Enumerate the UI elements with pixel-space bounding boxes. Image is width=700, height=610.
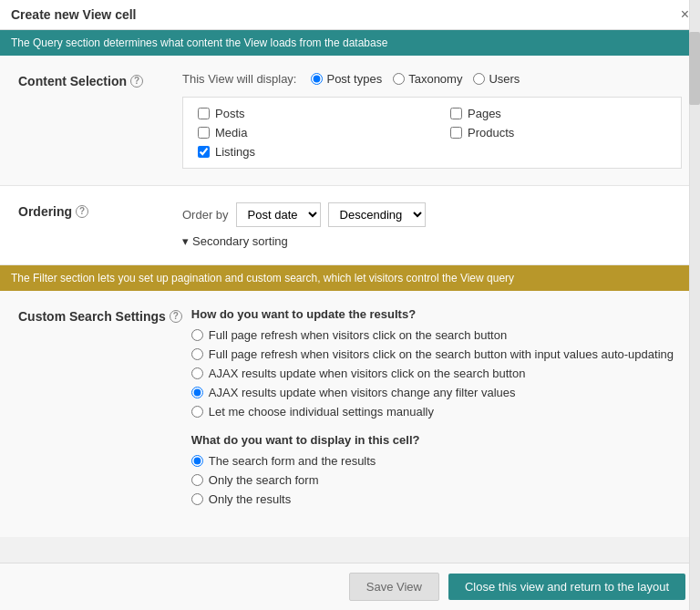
content-selection-label: Content Selection ?	[18, 72, 173, 88]
radio-manual[interactable]: Let me choose individual settings manual…	[191, 405, 682, 419]
display-label: This View will display:	[182, 72, 296, 86]
radio-search-and-results-input[interactable]	[191, 455, 203, 467]
content-selection-inner: Content Selection ? This View will displ…	[18, 72, 682, 169]
checkbox-products[interactable]: Products	[450, 126, 666, 140]
checkbox-listings-label: Listings	[215, 145, 255, 159]
query-banner: The Query section determines what conten…	[0, 30, 700, 56]
radio-post-types[interactable]: Post types	[311, 72, 382, 86]
checkbox-grid: Posts Pages Media Products	[182, 97, 682, 169]
checkbox-pages-input[interactable]	[450, 108, 462, 119]
ordering-label: Ordering ?	[18, 202, 173, 219]
radio-taxonomy-label: Taxonomy	[408, 72, 462, 86]
modal: Create new View cell × The Query section…	[0, 0, 700, 610]
checkbox-products-input[interactable]	[450, 127, 462, 139]
radio-taxonomy[interactable]: Taxonomy	[393, 72, 462, 86]
ordering-help-icon[interactable]: ?	[76, 205, 88, 218]
ordering-content: Order by Post date Post title ID Random …	[182, 202, 682, 248]
radio-full-refresh-label: Full page refresh when visitors click on…	[209, 328, 507, 342]
radio-only-results[interactable]: Only the results	[191, 492, 682, 506]
content-selection-text: Content Selection	[18, 74, 127, 88]
secondary-sort-label: Secondary sorting	[192, 234, 288, 248]
radio-ajax-change[interactable]: AJAX results update when visitors change…	[191, 386, 682, 399]
radio-ajax-click[interactable]: AJAX results update when visitors click …	[191, 367, 682, 380]
radio-only-results-label: Only the results	[209, 492, 291, 506]
checkbox-products-label: Products	[468, 126, 514, 140]
radio-post-types-input[interactable]	[311, 73, 323, 85]
direction-select[interactable]: Ascending Descending	[328, 202, 426, 227]
ordering-text: Ordering	[18, 204, 72, 219]
radio-only-search-label: Only the search form	[209, 473, 319, 487]
checkbox-media-label: Media	[215, 126, 247, 140]
scrollbar-thumb[interactable]	[689, 32, 700, 105]
custom-search-help-icon[interactable]: ?	[170, 310, 182, 323]
radio-full-refresh-input[interactable]	[191, 329, 203, 341]
checkbox-posts[interactable]: Posts	[198, 107, 414, 120]
secondary-sort-arrow: ▾	[182, 234, 189, 248]
checkbox-posts-input[interactable]	[198, 108, 210, 119]
ordering-section: Ordering ? Order by Post date Post title…	[0, 186, 700, 265]
checkbox-posts-label: Posts	[215, 107, 245, 120]
radio-ajax-change-input[interactable]	[191, 387, 203, 398]
close-x-button[interactable]: ×	[681, 7, 689, 22]
checkbox-pages-label: Pages	[468, 107, 501, 120]
checkbox-media[interactable]: Media	[198, 126, 414, 140]
radio-taxonomy-input[interactable]	[393, 73, 405, 85]
order-by-label: Order by	[182, 208, 229, 222]
radio-full-refresh-auto-label: Full page refresh when visitors click on…	[209, 347, 674, 361]
custom-search-content: How do you want to update the results? F…	[191, 307, 682, 521]
radio-post-types-label: Post types	[326, 72, 382, 86]
radio-manual-input[interactable]	[191, 406, 203, 418]
content-selection-help-icon[interactable]: ?	[130, 75, 143, 88]
radio-only-search-input[interactable]	[191, 474, 203, 486]
scrollbar-track	[689, 0, 700, 610]
radio-search-and-results-label: The search form and the results	[209, 454, 376, 468]
radio-ajax-click-label: AJAX results update when visitors click …	[209, 367, 526, 380]
display-cell-question: What do you want to display in this cell…	[191, 433, 682, 447]
custom-search-text: Custom Search Settings	[18, 309, 166, 324]
radio-full-refresh-auto-input[interactable]	[191, 348, 203, 360]
content-selection-section: Content Selection ? This View will displ…	[0, 56, 700, 186]
radio-only-results-input[interactable]	[191, 493, 203, 505]
modal-header: Create new View cell ×	[0, 0, 700, 30]
update-results-group: Full page refresh when visitors click on…	[191, 328, 682, 419]
checkbox-listings-input[interactable]	[198, 146, 210, 158]
modal-body: The Query section determines what conten…	[0, 30, 700, 563]
secondary-sort[interactable]: ▾ Secondary sorting	[182, 234, 682, 248]
custom-search-label: Custom Search Settings ?	[18, 307, 182, 324]
radio-search-and-results[interactable]: The search form and the results	[191, 454, 682, 468]
radio-ajax-change-label: AJAX results update when visitors change…	[209, 386, 516, 399]
checkbox-listings[interactable]: Listings	[198, 145, 414, 159]
display-cell-group: The search form and the results Only the…	[191, 454, 682, 506]
save-view-button[interactable]: Save View	[349, 573, 439, 601]
custom-search-inner: Custom Search Settings ? How do you want…	[18, 307, 682, 521]
radio-full-refresh[interactable]: Full page refresh when visitors click on…	[191, 328, 682, 342]
close-view-button[interactable]: Close this view and return to the layout	[448, 574, 685, 600]
radio-users[interactable]: Users	[473, 72, 520, 86]
ordering-row: Order by Post date Post title ID Random …	[182, 202, 682, 227]
radio-manual-label: Let me choose individual settings manual…	[209, 405, 434, 419]
radio-users-label: Users	[489, 72, 520, 86]
modal-footer: Save View Close this view and return to …	[0, 563, 700, 610]
modal-title: Create new View cell	[11, 7, 136, 22]
order-by-select[interactable]: Post date Post title ID Random	[236, 202, 321, 227]
filter-banner: The Filter section lets you set up pagin…	[0, 265, 700, 291]
content-selection-content: This View will display: Post types Taxon…	[182, 72, 682, 169]
checkbox-pages[interactable]: Pages	[450, 107, 666, 120]
ordering-inner: Ordering ? Order by Post date Post title…	[18, 202, 682, 248]
custom-search-section: Custom Search Settings ? How do you want…	[0, 291, 700, 537]
radio-ajax-click-input[interactable]	[191, 367, 203, 379]
radio-users-input[interactable]	[473, 73, 485, 85]
checkbox-media-input[interactable]	[198, 127, 210, 139]
radio-full-refresh-auto[interactable]: Full page refresh when visitors click on…	[191, 347, 682, 361]
radio-only-search[interactable]: Only the search form	[191, 473, 682, 487]
display-row: This View will display: Post types Taxon…	[182, 72, 682, 86]
update-results-question: How do you want to update the results?	[191, 307, 682, 321]
